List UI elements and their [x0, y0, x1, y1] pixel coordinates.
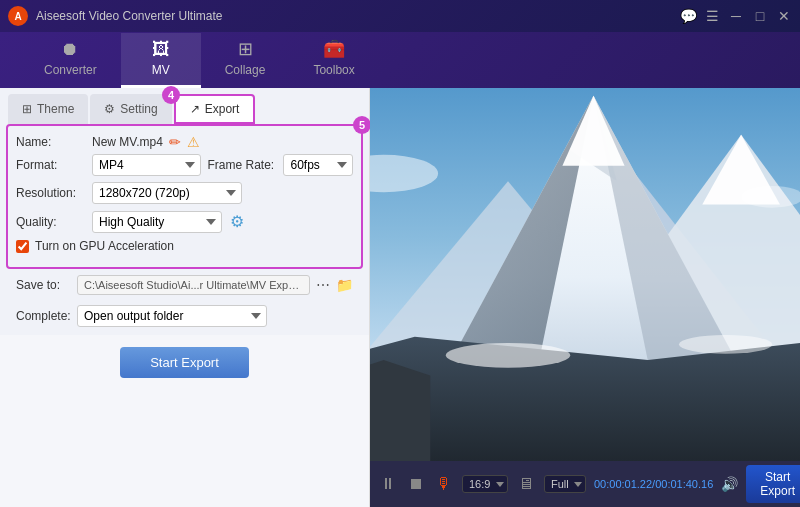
name-warning-button[interactable]: ⚠ — [187, 134, 200, 150]
save-folder-button[interactable]: 📁 — [336, 277, 353, 293]
app-title: Aiseesoft Video Converter Ultimate — [36, 9, 680, 23]
tab-collage-label: Collage — [225, 63, 266, 77]
quality-settings-button[interactable]: ⚙ — [228, 210, 246, 233]
format-label: Format: — [16, 158, 86, 172]
save-to-row: Save to: C:\Aiseesoft Studio\Ai...r Ulti… — [6, 269, 363, 301]
tab-converter-label: Converter — [44, 63, 97, 77]
record-button[interactable]: 🎙 — [434, 473, 454, 495]
start-export-left-button[interactable]: Start Export — [120, 347, 249, 378]
quality-row: Quality: High Quality ⚙ — [16, 210, 353, 233]
svg-point-14 — [446, 343, 570, 368]
gpu-acceleration-toggle[interactable]: Turn on GPU Acceleration — [16, 239, 174, 253]
tab-theme-label: Theme — [37, 102, 74, 116]
framerate-label: Frame Rate: — [207, 158, 277, 172]
name-edit-button[interactable]: ✏ — [169, 134, 181, 150]
export-form-border: 5 Name: New MV.mp4 ✏ ⚠ Format: MP4 Frame… — [6, 124, 363, 269]
gpu-row: Turn on GPU Acceleration — [16, 239, 353, 253]
menu-icon[interactable]: ☰ — [704, 8, 720, 24]
step5-badge: 5 — [353, 116, 371, 134]
tab-setting[interactable]: ⚙ Setting — [90, 94, 171, 124]
stop-button[interactable]: ⏹ — [406, 473, 426, 495]
full-select[interactable]: Full Fit — [544, 475, 586, 493]
tab-mv[interactable]: 🖼 MV — [121, 33, 201, 88]
title-bar: A Aiseesoft Video Converter Ultimate 💬 ☰… — [0, 0, 800, 32]
aspect-ratio-select[interactable]: 16:9 4:3 1:1 — [462, 475, 508, 493]
step4-number: 4 — [162, 86, 180, 104]
format-select[interactable]: MP4 — [92, 154, 201, 176]
toolbox-icon: 🧰 — [323, 38, 345, 60]
mv-icon: 🖼 — [152, 39, 170, 60]
save-path-display: C:\Aiseesoft Studio\Ai...r Ultimate\MV E… — [77, 275, 310, 295]
window-controls: 💬 ☰ ─ □ ✕ — [680, 8, 792, 24]
minimize-button[interactable]: ─ — [728, 8, 744, 24]
resolution-select[interactable]: 1280x720 (720p) — [92, 182, 242, 204]
framerate-select[interactable]: 60fps — [283, 154, 353, 176]
main-content: 4 ⊞ Theme ⚙ Setting ↗ Export 5 — [0, 88, 800, 507]
quality-label: Quality: — [16, 215, 86, 229]
complete-row: Complete: Open output folder — [6, 301, 363, 331]
nav-tabs: ⏺ Converter 🖼 MV ⊞ Collage 🧰 Toolbox — [0, 32, 800, 88]
format-row: Format: MP4 Frame Rate: 60fps — [16, 154, 353, 176]
pause-button[interactable]: ⏸ — [378, 473, 398, 495]
tab-mv-label: MV — [152, 63, 170, 77]
converter-icon: ⏺ — [61, 39, 79, 60]
tab-export-label: Export — [205, 102, 240, 116]
gpu-label: Turn on GPU Acceleration — [35, 239, 174, 253]
start-export-right-button[interactable]: Start Export — [746, 465, 800, 503]
screen-icon: 🖥 — [516, 473, 536, 495]
name-row: Name: New MV.mp4 ✏ ⚠ — [16, 134, 353, 154]
resolution-label: Resolution: — [16, 186, 86, 200]
step4-badge: 4 — [162, 86, 180, 104]
maximize-button[interactable]: □ — [752, 8, 768, 24]
setting-icon: ⚙ — [104, 102, 115, 116]
close-button[interactable]: ✕ — [776, 8, 792, 24]
export-form-area: 5 Name: New MV.mp4 ✏ ⚠ Format: MP4 Frame… — [0, 124, 369, 335]
preview-image — [370, 88, 800, 461]
tab-collage[interactable]: ⊞ Collage — [201, 32, 290, 88]
gpu-checkbox-input[interactable] — [16, 240, 29, 253]
video-controls: ⏸ ⏹ 🎙 16:9 4:3 1:1 🖥 Full Fit 00:00:01.2… — [370, 461, 800, 507]
left-panel: 4 ⊞ Theme ⚙ Setting ↗ Export 5 — [0, 88, 370, 507]
tab-theme[interactable]: ⊞ Theme — [8, 94, 88, 124]
tab-toolbox[interactable]: 🧰 Toolbox — [289, 32, 378, 88]
complete-label: Complete: — [16, 309, 71, 323]
theme-icon: ⊞ — [22, 102, 32, 116]
save-browse-button[interactable]: ⋯ — [316, 277, 330, 293]
collage-icon: ⊞ — [238, 38, 253, 60]
tab-export[interactable]: ↗ Export — [174, 94, 256, 124]
name-value: New MV.mp4 — [92, 135, 163, 149]
time-display: 00:00:01.22/00:01:40.16 — [594, 478, 713, 490]
resolution-row: Resolution: 1280x720 (720p) — [16, 182, 353, 204]
right-panel: ⏸ ⏹ 🎙 16:9 4:3 1:1 🖥 Full Fit 00:00:01.2… — [370, 88, 800, 507]
preview-area — [370, 88, 800, 461]
tab-converter[interactable]: ⏺ Converter — [20, 33, 121, 88]
export-icon: ↗ — [190, 102, 200, 116]
svg-point-15 — [679, 335, 772, 354]
name-label: Name: — [16, 135, 86, 149]
step5-number: 5 — [359, 119, 365, 131]
tab-toolbox-label: Toolbox — [313, 63, 354, 77]
complete-action-select[interactable]: Open output folder — [77, 305, 267, 327]
svg-marker-12 — [370, 360, 430, 461]
tab-setting-label: Setting — [120, 102, 157, 116]
sub-tabs: 4 ⊞ Theme ⚙ Setting ↗ Export — [0, 88, 369, 124]
quality-select[interactable]: High Quality — [92, 211, 222, 233]
volume-icon[interactable]: 🔊 — [721, 476, 738, 492]
save-to-label: Save to: — [16, 278, 71, 292]
chat-icon[interactable]: 💬 — [680, 8, 696, 24]
app-logo: A — [8, 6, 28, 26]
